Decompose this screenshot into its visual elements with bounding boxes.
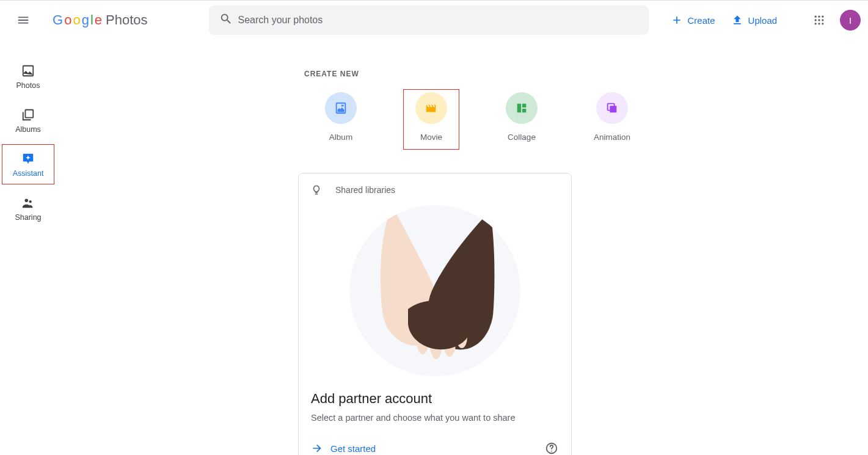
search-icon xyxy=(214,12,238,28)
main-menu-button[interactable] xyxy=(9,5,38,35)
hamburger-icon xyxy=(16,13,30,27)
search-bar[interactable] xyxy=(209,5,649,35)
app-header: Google Photos Create Upload I xyxy=(0,1,868,40)
svg-rect-18 xyxy=(610,106,616,112)
plus-icon xyxy=(671,14,683,26)
albums-icon xyxy=(21,108,35,122)
upload-button[interactable]: Upload xyxy=(725,9,784,31)
header-actions: Create Upload xyxy=(665,9,784,31)
sidebar-item-label: Photos xyxy=(16,81,40,90)
arrow-right-icon xyxy=(311,442,323,454)
create-new-heading: CREATE NEW xyxy=(304,70,868,78)
svg-rect-17 xyxy=(522,109,526,112)
card-tag-label: Shared libraries xyxy=(335,185,395,195)
sidebar: Photos Albums Assistant Sharing xyxy=(0,56,56,228)
card-hero-illustration xyxy=(349,205,520,376)
svg-point-0 xyxy=(815,16,817,18)
card-tag: Shared libraries xyxy=(311,184,559,195)
collage-icon xyxy=(506,92,538,124)
create-option-album[interactable]: Album xyxy=(313,89,369,150)
svg-point-1 xyxy=(818,16,820,18)
create-new-options: Album Movie Collage Animation xyxy=(313,89,868,150)
svg-point-11 xyxy=(25,199,29,203)
card-title: Add partner account xyxy=(311,391,559,407)
movie-icon xyxy=(415,92,447,124)
create-option-label: Collage xyxy=(508,133,536,142)
svg-rect-15 xyxy=(517,104,521,113)
animation-icon xyxy=(596,92,628,124)
svg-rect-16 xyxy=(522,104,526,107)
svg-point-8 xyxy=(822,23,823,24)
svg-rect-14 xyxy=(341,105,344,107)
apps-grid-icon xyxy=(813,14,825,26)
create-option-label: Album xyxy=(329,133,352,142)
create-option-collage[interactable]: Collage xyxy=(494,89,550,150)
assistant-icon xyxy=(21,152,35,166)
create-button[interactable]: Create xyxy=(665,9,721,31)
svg-point-3 xyxy=(815,19,817,21)
svg-point-7 xyxy=(818,23,820,24)
create-option-movie[interactable]: Movie xyxy=(403,89,459,150)
sidebar-item-label: Sharing xyxy=(15,213,41,222)
card-footer: Get started xyxy=(311,441,559,455)
svg-point-12 xyxy=(29,200,32,203)
create-option-animation[interactable]: Animation xyxy=(584,89,640,150)
google-apps-button[interactable] xyxy=(807,8,831,32)
sidebar-item-label: Albums xyxy=(15,125,41,134)
sidebar-item-label: Assistant xyxy=(13,169,44,178)
header-right: I xyxy=(807,8,861,32)
holding-hands-icon xyxy=(349,205,520,376)
upload-button-label: Upload xyxy=(748,15,778,26)
svg-point-5 xyxy=(822,19,823,21)
upload-icon xyxy=(731,14,743,26)
svg-point-2 xyxy=(822,16,823,18)
svg-point-6 xyxy=(815,23,817,24)
help-icon xyxy=(545,442,558,455)
sidebar-item-assistant[interactable]: Assistant xyxy=(2,144,54,184)
account-avatar[interactable]: I xyxy=(840,10,861,31)
app-logo-product: Photos xyxy=(106,12,148,28)
shared-libraries-card: Shared libraries Add partner account Sel… xyxy=(298,173,572,455)
sidebar-item-sharing[interactable]: Sharing xyxy=(2,188,54,228)
create-option-label: Movie xyxy=(420,133,442,142)
svg-rect-10 xyxy=(25,110,33,118)
photos-icon xyxy=(21,64,35,78)
album-icon xyxy=(325,92,357,124)
card-subtitle: Select a partner and choose what you wan… xyxy=(311,413,559,423)
sharing-icon xyxy=(21,196,35,209)
get-started-button[interactable]: Get started xyxy=(311,442,376,454)
svg-point-25 xyxy=(551,451,552,452)
create-button-label: Create xyxy=(688,15,715,26)
app-logo[interactable]: Google Photos xyxy=(53,12,148,28)
avatar-initial: I xyxy=(849,15,852,26)
get-started-label: Get started xyxy=(330,443,376,454)
sidebar-item-photos[interactable]: Photos xyxy=(2,56,54,96)
lightbulb-icon xyxy=(311,184,322,195)
help-button[interactable] xyxy=(544,441,559,455)
search-input[interactable] xyxy=(238,15,644,26)
create-option-label: Animation xyxy=(594,133,630,142)
sidebar-item-albums[interactable]: Albums xyxy=(2,100,54,140)
main-content: CREATE NEW Album Movie Collage Animation xyxy=(56,56,868,455)
svg-point-4 xyxy=(818,19,820,21)
